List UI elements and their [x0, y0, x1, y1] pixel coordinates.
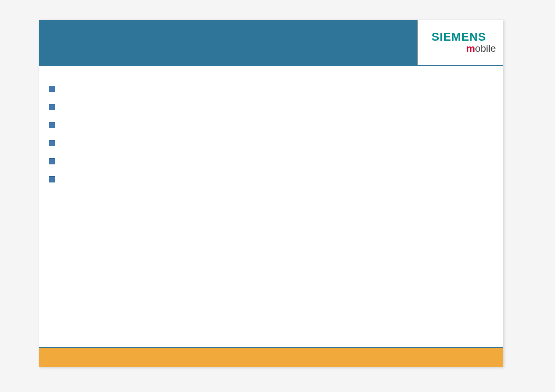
bullet-square-icon: [49, 86, 55, 92]
bullet-square-icon: [49, 140, 55, 146]
bullet-item: [49, 104, 493, 110]
bullet-square-icon: [49, 158, 55, 164]
logo-obile-text: obile: [475, 43, 496, 54]
logo-container: SIEMENS mobile: [418, 20, 503, 65]
bullet-item: [49, 140, 493, 146]
bullet-square-icon: [49, 104, 55, 110]
bullet-item: [49, 176, 493, 182]
bullet-item: [49, 85, 493, 92]
slide-header: SIEMENS mobile: [39, 20, 503, 65]
logo-mobile-text: mobile: [466, 44, 496, 53]
logo-siemens-text: SIEMENS: [431, 31, 486, 43]
bullet-item: [49, 122, 493, 128]
slide-footer-bar: [39, 347, 503, 367]
bullet-item: [49, 158, 493, 164]
header-teal-bar: [39, 20, 418, 65]
bullet-square-icon: [49, 122, 55, 128]
logo-m-letter: m: [466, 43, 475, 54]
slide-container: SIEMENS mobile: [39, 20, 503, 367]
slide-content: [39, 65, 503, 182]
bullet-square-icon: [49, 176, 55, 182]
header-underline: [39, 65, 503, 66]
